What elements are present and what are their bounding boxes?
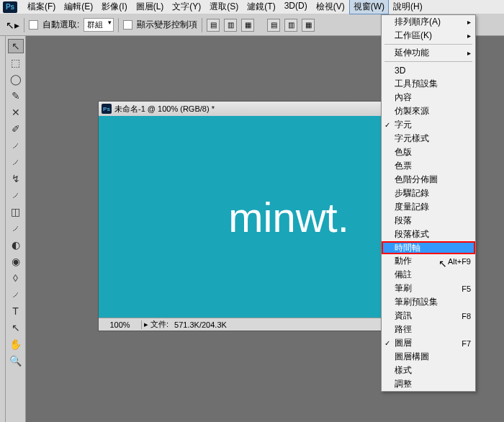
tool-11[interactable]: ⟋ <box>8 221 24 235</box>
tool-16[interactable]: T <box>8 304 24 318</box>
tool-13[interactable]: ◉ <box>8 254 24 269</box>
canvas[interactable]: minwt. <box>99 116 407 318</box>
tool-14[interactable]: ◊ <box>8 271 24 285</box>
tool-4[interactable]: ✕ <box>8 105 24 120</box>
menu-item-label: 路徑 <box>395 323 412 336</box>
auto-select-checkbox[interactable] <box>29 20 38 30</box>
menu-item-0[interactable]: 排列順序(A) <box>382 15 475 29</box>
menu-item-label: 樣式 <box>395 364 412 377</box>
menu-7[interactable]: 3D(D) <box>280 0 312 14</box>
tool-3[interactable]: ✎ <box>8 89 24 103</box>
left-rail <box>0 36 6 422</box>
menu-item-label: 段落樣式 <box>395 228 429 241</box>
tool-12[interactable]: ◐ <box>8 238 24 252</box>
menu-2[interactable]: 影像(I) <box>97 0 131 14</box>
menu-item-1[interactable]: 工作區(K) <box>382 29 475 42</box>
menu-item-28[interactable]: 調整 <box>382 377 475 391</box>
menu-item-13[interactable]: 色階分佈圖 <box>382 173 475 187</box>
menu-item-label: 動作 <box>395 255 412 267</box>
menu-item-label: 筆刷預設集 <box>395 296 438 308</box>
tool-6[interactable]: ⟋ <box>8 138 24 153</box>
menu-4[interactable]: 文字(Y) <box>168 0 205 14</box>
menu-item-label: 色票 <box>395 160 412 172</box>
menu-separator <box>384 44 472 45</box>
tool-9[interactable]: ⟋ <box>8 188 24 202</box>
tool-15[interactable]: ⟋ <box>8 287 24 302</box>
group-select[interactable]: 群組 <box>84 18 114 32</box>
menu-item-21[interactable]: 筆刷F5 <box>382 282 475 295</box>
menu-item-7[interactable]: 內容 <box>382 91 475 104</box>
menu-item-19[interactable]: 動作Alt+F9 <box>382 254 475 268</box>
tool-10[interactable]: ◫ <box>8 205 24 219</box>
menu-6[interactable]: 濾鏡(T) <box>243 0 279 14</box>
document-title: 未命名-1 @ 100% (RGB/8) * <box>114 104 215 115</box>
align-btn-6[interactable]: ▦ <box>302 19 315 32</box>
menu-item-label: 色階分佈圖 <box>395 174 438 186</box>
menu-9[interactable]: 視窗(W) <box>349 0 389 14</box>
menu-10[interactable]: 說明(H) <box>389 0 427 14</box>
align-btn-5[interactable]: ▥ <box>284 19 297 32</box>
menu-item-16[interactable]: 段落 <box>382 214 475 228</box>
menu-item-3[interactable]: 延伸功能 <box>382 46 475 60</box>
auto-select-label: 自動選取: <box>42 19 79 31</box>
menu-item-22[interactable]: 筆刷預設集 <box>382 295 475 309</box>
move-tool-icon: ↖▸ <box>6 19 19 31</box>
status-bar: 100% ▸ 文件: 571.3K/204.3K ▸ <box>99 318 407 331</box>
menu-5[interactable]: 選取(S) <box>205 0 243 14</box>
app-logo: Ps <box>3 1 17 13</box>
menu-item-11[interactable]: 色版 <box>382 145 475 159</box>
menu-item-5[interactable]: 3D <box>382 63 475 77</box>
tool-7[interactable]: ⟋ <box>8 155 24 169</box>
menu-item-14[interactable]: 步驟記錄 <box>382 187 475 200</box>
menu-item-9[interactable]: 字元 <box>382 118 475 132</box>
menu-item-6[interactable]: 工具預設集 <box>382 77 475 91</box>
zoom-level[interactable]: 100% <box>99 320 142 329</box>
menu-item-18[interactable]: 時間軸 <box>382 241 475 254</box>
document-titlebar[interactable]: Ps 未命名-1 @ 100% (RGB/8) * <box>99 102 407 116</box>
menu-item-25[interactable]: 圖層F7 <box>382 336 475 350</box>
menu-item-label: 延伸功能 <box>395 47 429 59</box>
tool-5[interactable]: ✐ <box>8 122 24 136</box>
menu-item-8[interactable]: 仿製來源 <box>382 104 475 118</box>
menu-item-label: 字元 <box>395 119 412 131</box>
tool-18[interactable]: ✋ <box>8 337 24 351</box>
menu-item-24[interactable]: 路徑 <box>382 323 475 336</box>
align-btn-3[interactable]: ▦ <box>241 19 254 32</box>
menu-item-23[interactable]: 資訊F8 <box>382 309 475 323</box>
menu-item-label: 備註 <box>395 269 412 281</box>
tool-1[interactable]: ⬚ <box>8 55 24 70</box>
menu-item-15[interactable]: 度量記錄 <box>382 200 475 214</box>
transform-checkbox[interactable] <box>123 20 132 30</box>
menu-item-12[interactable]: 色票 <box>382 159 475 173</box>
tool-17[interactable]: ↖ <box>8 320 24 335</box>
menu-item-label: 仿製來源 <box>395 105 429 117</box>
menu-item-26[interactable]: 圖層構圖 <box>382 350 475 364</box>
menu-item-20[interactable]: 備註 <box>382 268 475 282</box>
menu-8[interactable]: 檢視(V) <box>312 0 349 14</box>
tool-8[interactable]: ↯ <box>8 171 24 186</box>
menu-item-label: 度量記錄 <box>395 201 429 213</box>
menu-item-label: 內容 <box>395 91 412 104</box>
menu-item-label: 排列順序(A) <box>395 16 441 28</box>
menu-1[interactable]: 編輯(E) <box>60 0 97 14</box>
menu-3[interactable]: 圖層(L) <box>132 0 168 14</box>
tool-0[interactable]: ↖ <box>8 39 24 53</box>
canvas-text: minwt. <box>228 193 349 241</box>
menu-item-label: 工具預設集 <box>395 78 438 90</box>
tool-2[interactable]: ◯ <box>8 72 24 86</box>
tool-19[interactable]: 🔍 <box>8 354 24 368</box>
menu-separator <box>384 61 472 62</box>
menu-item-label: 字元樣式 <box>395 133 429 145</box>
document-window: Ps 未命名-1 @ 100% (RGB/8) * minwt. 100% ▸ … <box>98 101 408 331</box>
window-menu-dropdown: 排列順序(A)工作區(K)延伸功能3D工具預設集內容仿製來源字元字元樣式色版色票… <box>381 14 476 392</box>
menu-item-27[interactable]: 樣式 <box>382 364 475 377</box>
status-label: 文件: <box>150 319 168 330</box>
shortcut: F8 <box>462 312 471 320</box>
align-btn-4[interactable]: ▤ <box>267 19 280 32</box>
menu-0[interactable]: 檔案(F) <box>23 0 60 14</box>
align-btn-2[interactable]: ▥ <box>224 19 237 32</box>
align-btn-1[interactable]: ▤ <box>207 19 220 32</box>
menu-item-17[interactable]: 段落樣式 <box>382 228 475 241</box>
menu-item-10[interactable]: 字元樣式 <box>382 132 475 145</box>
menu-item-label: 色版 <box>395 146 412 158</box>
